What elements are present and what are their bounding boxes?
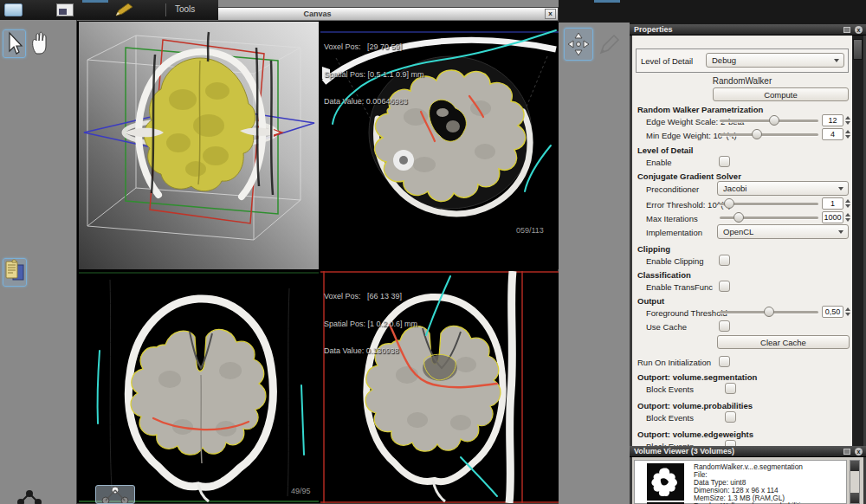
block-events-label: Block Events	[646, 384, 694, 394]
spatial-pos: Spatial Pos: [1 0.2 0.6] mm	[324, 320, 417, 329]
use-cache-checkbox[interactable]	[719, 320, 730, 332]
error-threshold-label: Error Threshold: 10^(-t)	[646, 200, 731, 210]
move-tool-button[interactable]	[564, 28, 593, 61]
dock-icon[interactable]	[843, 27, 850, 33]
edge-weight-spinbox[interactable]: 12	[822, 114, 851, 126]
spatial-pos: Spatial Pos: [0.5 1.1 0.9] mm	[324, 70, 424, 80]
slider-thumb[interactable]	[769, 115, 779, 126]
enable-checkbox[interactable]	[719, 156, 730, 167]
volume-name: RandomWalker.v...e.segmentation	[694, 462, 803, 471]
close-icon[interactable]: x	[545, 9, 556, 19]
volume-viewer-titlebar[interactable]: Volume Viewer (3 Volumes) x	[630, 446, 866, 457]
volume-list[interactable]: RandomWalker.v...e.segmentation File: Da…	[634, 460, 847, 504]
cursor-arrow-icon	[3, 30, 25, 57]
network-tool-button[interactable]	[14, 490, 45, 504]
spin-arrows-icon[interactable]	[844, 211, 851, 223]
spin-arrows-icon[interactable]	[844, 197, 851, 210]
volume-scrollbar[interactable]	[850, 460, 860, 504]
max-iterations-spinbox[interactable]: 1000	[822, 211, 851, 223]
max-iterations-slider[interactable]	[720, 212, 818, 223]
tools-label: Tools	[175, 4, 195, 14]
slider-thumb[interactable]	[752, 129, 762, 139]
top-bar-right	[559, 0, 866, 24]
section-cgs: Conjugate Gradient Solver	[637, 171, 741, 181]
slice-counter: 49/95	[291, 487, 311, 495]
spin-arrows-icon[interactable]	[844, 128, 851, 140]
level-of-detail-box: Level of Detail Debug	[636, 48, 849, 73]
spin-arrows-icon[interactable]	[844, 306, 851, 318]
viewport-3d[interactable]	[79, 22, 319, 269]
desktop: { "colors": { "seg": "#d7cd3a", "red": "…	[0, 0, 866, 504]
clipboard-tool-button[interactable]	[3, 258, 27, 287]
new-document-icon[interactable]	[4, 3, 23, 16]
block-events-checkbox-segmentation[interactable]	[725, 383, 736, 394]
menu-highlight	[594, 0, 620, 3]
scrollbar-thumb[interactable]	[853, 39, 863, 60]
max-iterations-label: Max Iterations	[646, 214, 698, 223]
scrollbar-thumb[interactable]	[850, 493, 859, 503]
viewport-axial-top[interactable]: Voxel Pos: [29 70 59] Spatial Pos: [0.5 …	[320, 22, 559, 269]
axial-slice-image	[79, 271, 319, 503]
scrollbar-thumb[interactable]	[850, 461, 859, 471]
slider-thumb[interactable]	[764, 307, 774, 317]
slider-track[interactable]	[720, 133, 818, 136]
select-tool-button[interactable]	[3, 29, 26, 58]
section-clipping: Clipping	[637, 244, 670, 254]
preconditioner-dropdown[interactable]: Jacobi	[717, 181, 849, 196]
viewport-axial-bottom-left[interactable]: 49/95	[79, 271, 319, 503]
close-icon[interactable]: x	[855, 448, 863, 456]
slider-thumb[interactable]	[724, 198, 734, 209]
edit-pen-icon[interactable]	[113, 2, 135, 18]
hand-icon	[29, 29, 49, 56]
section-parametrization: Random Walker Parametrization	[637, 105, 763, 114]
save-icon[interactable]	[56, 3, 74, 16]
foreground-threshold-slider[interactable]	[720, 307, 818, 318]
edge-weight-slider[interactable]	[720, 115, 818, 126]
properties-titlebar[interactable]: Properties x	[630, 24, 866, 36]
data-value: Data Value: 0.00646983	[324, 97, 424, 107]
lod-label: Level of Detail	[641, 56, 693, 66]
clear-cache-button[interactable]: Clear Cache	[717, 335, 850, 349]
block-events-label: Block Events	[646, 413, 694, 423]
pan-hand-tool-button[interactable]	[29, 29, 51, 58]
volume-viewer-title: Volume Viewer (3 Volumes)	[634, 447, 734, 456]
canvas-title: Canvas	[303, 10, 331, 18]
outport-probabilities-label: Outport: volume.probabilities	[637, 401, 753, 410]
enable-label: Enable	[646, 158, 672, 167]
3d-walnut-render	[79, 22, 319, 269]
run-on-init-checkbox[interactable]	[719, 356, 730, 367]
run-on-init-label: Run On Initialization	[637, 358, 711, 367]
dock-icon[interactable]	[843, 449, 850, 455]
slider-thumb[interactable]	[734, 212, 744, 223]
chevron-down-icon	[838, 187, 843, 191]
volume-list-container: RandomWalker.v...e.segmentation File: Da…	[632, 457, 863, 504]
error-threshold-spinbox[interactable]: 1	[822, 197, 851, 210]
implementation-label: Implementation	[646, 228, 702, 237]
viewport-axial-bottom-right[interactable]: Voxel Pos: [66 13 39] Spatial Pos: [1 0.…	[320, 271, 559, 503]
implementation-dropdown[interactable]: OpenCL	[717, 224, 849, 239]
min-edge-spinbox[interactable]: 4	[822, 128, 851, 140]
draw-tool-button[interactable]	[597, 29, 623, 59]
block-events-checkbox-probabilities[interactable]	[725, 411, 736, 423]
chevron-down-icon	[834, 59, 839, 62]
foreground-threshold-spinbox[interactable]: 0,50	[822, 306, 851, 318]
pen-icon	[597, 29, 621, 57]
enable-transfunc-checkbox[interactable]	[719, 281, 730, 292]
graph-tool-button[interactable]	[95, 485, 135, 504]
error-threshold-slider[interactable]	[720, 198, 818, 210]
section-lod: Level of Detail	[637, 145, 693, 155]
data-value: Data Value: 0.130938	[324, 346, 417, 356]
compute-button[interactable]: Compute	[713, 87, 849, 101]
volume-thumbnail	[647, 463, 684, 501]
enable-clipping-checkbox[interactable]	[719, 255, 730, 266]
voxel-info-overlay: Voxel Pos: [66 13 39] Spatial Pos: [1 0.…	[324, 274, 417, 374]
section-classification: Classification	[637, 270, 691, 280]
properties-panel: Properties x Level of Detail Debug Rando…	[630, 24, 866, 446]
min-edge-slider[interactable]	[720, 129, 818, 140]
lod-dropdown[interactable]: Debug	[706, 53, 844, 68]
properties-scrollbar[interactable]	[852, 36, 863, 446]
slider-track[interactable]	[720, 203, 818, 205]
spin-arrows-icon[interactable]	[844, 114, 851, 126]
voxel-pos: Voxel Pos: [29 70 59]	[324, 42, 424, 52]
close-icon[interactable]: x	[855, 26, 863, 34]
